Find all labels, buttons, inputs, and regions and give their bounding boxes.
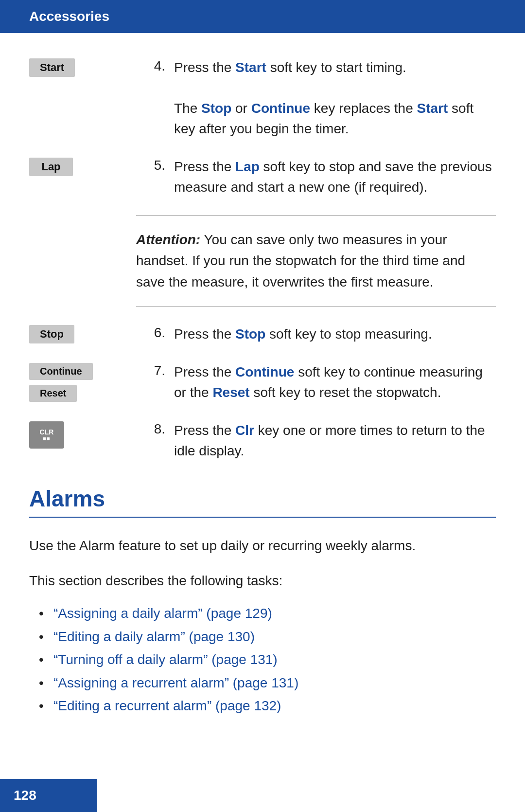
stop-ref-1: Stop	[201, 101, 231, 116]
lap-key-button: Lap	[29, 158, 73, 176]
alarm-link-3[interactable]: “Turning off a daily alarm” (page 131)	[53, 652, 278, 667]
attention-block: Attention: You can save only two measure…	[136, 215, 496, 307]
start-ref-1: Start	[235, 60, 266, 75]
step-6-text: Press the Stop soft key to stop measurin…	[174, 324, 496, 344]
step-4-key-area: Start	[29, 58, 136, 77]
continue-key-button: Continue	[29, 363, 93, 380]
alarm-link-1[interactable]: “Assigning a daily alarm” (page 129)	[53, 606, 272, 621]
main-content: Start 4. Press the Start soft key to sta…	[0, 33, 525, 747]
step-8-key-area: CLR ■■	[29, 421, 136, 449]
header-bar: Accessories	[0, 0, 525, 33]
step-5-text: Press the Lap soft key to stop and save …	[174, 157, 496, 198]
alarm-link-2[interactable]: “Editing a daily alarm” (page 130)	[53, 629, 255, 644]
alarms-title: Alarms	[29, 486, 496, 518]
clr-key-icon: CLR ■■	[29, 421, 64, 449]
list-item: “Turning off a daily alarm” (page 131)	[39, 648, 496, 671]
step-6-row: Stop 6. Press the Stop soft key to stop …	[29, 324, 496, 344]
alarm-link-5[interactable]: “Editing a recurrent alarm” (page 132)	[53, 698, 281, 713]
step-4-number: 4.	[136, 57, 165, 74]
alarms-intro: Use the Alarm feature to set up daily or…	[29, 535, 496, 556]
list-item: “Assigning a daily alarm” (page 129)	[39, 602, 496, 625]
step-7-row: Continue Reset 7. Press the Continue sof…	[29, 362, 496, 403]
list-item: “Assigning a recurrent alarm” (page 131)	[39, 671, 496, 695]
lap-ref-1: Lap	[235, 159, 260, 174]
start-ref-2: Start	[417, 101, 448, 116]
attention-text: Attention: You can save only two measure…	[136, 229, 496, 292]
header-title: Accessories	[29, 9, 109, 24]
clr-dots: ■■	[43, 435, 50, 441]
alarms-tasks-intro: This section describes the following tas…	[29, 570, 496, 591]
clr-text: CLR	[40, 429, 54, 435]
step-8-row: CLR ■■ 8. Press the Clr key one or more …	[29, 420, 496, 461]
clr-ref-1: Clr	[235, 423, 254, 438]
list-item: “Editing a recurrent alarm” (page 132)	[39, 694, 496, 718]
list-item: “Editing a daily alarm” (page 130)	[39, 625, 496, 649]
stop-key-button: Stop	[29, 325, 74, 343]
attention-label: Attention:	[136, 232, 200, 247]
stop-ref-2: Stop	[235, 326, 265, 342]
page-number: 128	[14, 788, 36, 803]
step-7-text: Press the Continue soft key to continue …	[174, 362, 496, 403]
alarm-link-4[interactable]: “Assigning a recurrent alarm” (page 131)	[53, 675, 298, 690]
step-5-row: Lap 5. Press the Lap soft key to stop an…	[29, 157, 496, 198]
clr-icon-inner: CLR ■■	[40, 429, 54, 441]
step-6-key-area: Stop	[29, 325, 136, 343]
step-8-number: 8.	[136, 420, 165, 437]
reset-ref-1: Reset	[212, 385, 249, 400]
step-5-key-area: Lap	[29, 158, 136, 176]
alarms-section: Alarms Use the Alarm feature to set up d…	[29, 486, 496, 718]
step-7-key-area: Continue Reset	[29, 363, 136, 402]
reset-key-button: Reset	[29, 385, 77, 402]
step-8-text: Press the Clr key one or more times to r…	[174, 420, 496, 461]
step-4-text: Press the Start soft key to start timing…	[174, 57, 496, 139]
step-5-number: 5.	[136, 157, 165, 173]
step-7-number: 7.	[136, 362, 165, 379]
continue-ref-2: Continue	[235, 364, 294, 379]
alarms-link-list: “Assigning a daily alarm” (page 129) “Ed…	[39, 602, 496, 718]
continue-ref-1: Continue	[251, 101, 310, 116]
footer-bar: 128	[0, 779, 97, 812]
step-6-number: 6.	[136, 324, 165, 341]
start-key-button: Start	[29, 58, 75, 77]
step-4-row: Start 4. Press the Start soft key to sta…	[29, 57, 496, 139]
